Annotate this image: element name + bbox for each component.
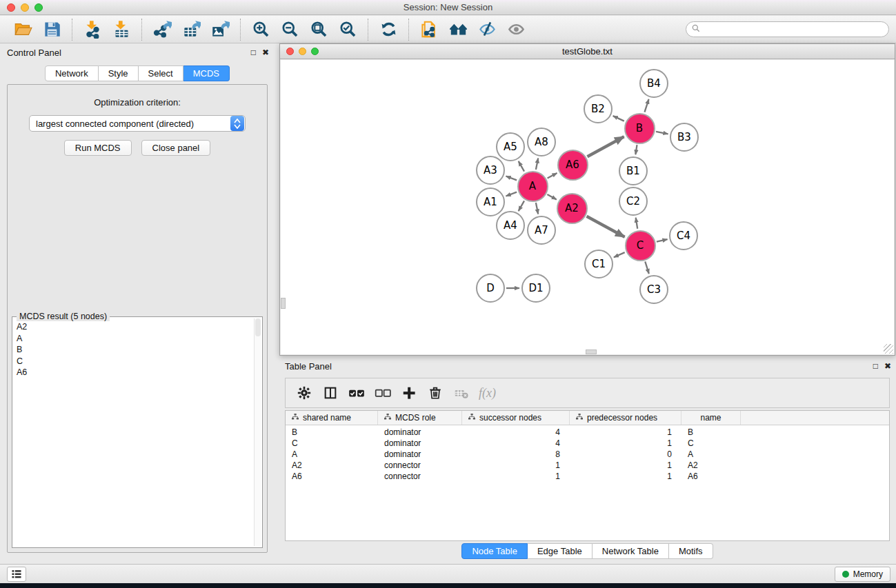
graph-node-B2[interactable]: B2 bbox=[584, 94, 613, 123]
column-header-predecessor-nodes[interactable]: predecessor nodes bbox=[570, 411, 681, 425]
graph-node-D[interactable]: D bbox=[476, 274, 505, 303]
export-table-icon[interactable] bbox=[179, 19, 203, 40]
network-window-title-bar[interactable]: testGlobe.txt bbox=[280, 44, 895, 59]
task-history-button[interactable] bbox=[7, 567, 26, 582]
function-builder-button[interactable]: f(x) bbox=[479, 386, 496, 401]
mcds-result-item[interactable]: A bbox=[17, 333, 252, 345]
table-row[interactable]: A2connector11A2 bbox=[286, 460, 889, 471]
tab-select[interactable]: Select bbox=[139, 65, 183, 81]
plus-icon[interactable] bbox=[399, 383, 419, 403]
graph-node-B1[interactable]: B1 bbox=[619, 156, 648, 185]
refresh-layout-icon[interactable] bbox=[377, 19, 400, 40]
graph-node-A6[interactable]: A6 bbox=[557, 150, 588, 181]
search-input[interactable] bbox=[701, 23, 888, 36]
mcds-result-item[interactable]: B bbox=[17, 344, 252, 356]
control-panel-title: Control Panel bbox=[7, 48, 61, 58]
graph-node-C2[interactable]: C2 bbox=[619, 187, 648, 216]
graph-node-C4[interactable]: C4 bbox=[669, 221, 698, 250]
graph-node-A4[interactable]: A4 bbox=[496, 211, 525, 240]
table-cell: A bbox=[681, 449, 741, 460]
float-panel-icon[interactable]: □ bbox=[251, 48, 256, 57]
close-panel-icon[interactable]: ✖ bbox=[262, 48, 269, 57]
table-cell: 1 bbox=[570, 427, 681, 438]
graph-node-A2[interactable]: A2 bbox=[557, 193, 588, 224]
mcds-result-list[interactable]: A2ABCA6 bbox=[14, 318, 254, 546]
graph-node-A[interactable]: A bbox=[517, 171, 548, 202]
run-mcds-button[interactable]: Run MCDS bbox=[64, 140, 132, 156]
uncheck-pair-icon[interactable] bbox=[372, 383, 393, 403]
tab-style[interactable]: Style bbox=[99, 65, 139, 81]
gear-icon[interactable] bbox=[294, 383, 315, 403]
close-panel-button[interactable]: Close panel bbox=[141, 140, 211, 156]
graph-node-A3[interactable]: A3 bbox=[476, 156, 505, 185]
tab-network[interactable]: Network bbox=[45, 65, 99, 81]
main-title-bar: Session: New Session bbox=[0, 0, 896, 15]
hierarchy-icon bbox=[291, 413, 299, 423]
table-cell: 4 bbox=[462, 427, 570, 438]
tab-node-table[interactable]: Node Table bbox=[461, 543, 528, 559]
graph-node-A8[interactable]: A8 bbox=[527, 128, 556, 156]
open-session-icon[interactable] bbox=[11, 19, 34, 40]
table-row[interactable]: A6connector11A6 bbox=[286, 471, 889, 482]
float-table-panel-icon[interactable]: □ bbox=[873, 361, 878, 371]
result-scrollbar[interactable] bbox=[254, 318, 261, 546]
table-delete-icon[interactable] bbox=[451, 383, 472, 403]
save-session-icon[interactable] bbox=[40, 19, 63, 40]
graph-node-A1[interactable]: A1 bbox=[476, 187, 505, 216]
check-pair-icon[interactable] bbox=[346, 383, 367, 403]
tab-edge-table[interactable]: Edge Table bbox=[528, 543, 593, 559]
zoom-out-icon[interactable] bbox=[278, 19, 301, 40]
graph-node-A5[interactable]: A5 bbox=[496, 132, 525, 161]
graph-node-C[interactable]: C bbox=[625, 230, 656, 261]
criterion-select[interactable]: largest connected component (directed) bbox=[29, 115, 246, 132]
tab-network-table[interactable]: Network Table bbox=[593, 543, 669, 559]
graph-node-B3[interactable]: B3 bbox=[670, 123, 699, 152]
vertical-scroll-thumb[interactable] bbox=[281, 298, 286, 309]
show-all-icon[interactable] bbox=[504, 19, 528, 40]
zoom-fit-icon[interactable] bbox=[307, 19, 330, 40]
import-table-icon[interactable] bbox=[110, 19, 133, 40]
zoom-selected-icon[interactable] bbox=[336, 19, 359, 40]
graph-node-B4[interactable]: B4 bbox=[639, 69, 668, 98]
search-field[interactable] bbox=[686, 21, 889, 37]
hide-selected-icon[interactable] bbox=[475, 19, 499, 40]
network-canvas[interactable]: B4B2BB3A5A8A6B1A3AC2A1A2A4A7C4CC1C3DD1 bbox=[281, 60, 894, 354]
graph-node-B[interactable]: B bbox=[624, 113, 655, 144]
export-image-icon[interactable] bbox=[208, 19, 232, 40]
clone-network-icon[interactable] bbox=[417, 19, 441, 40]
trash-icon[interactable] bbox=[425, 383, 446, 403]
graph-node-D1[interactable]: D1 bbox=[521, 274, 550, 303]
table-row[interactable]: Adominator80A bbox=[286, 449, 889, 460]
close-table-panel-icon[interactable]: ✖ bbox=[884, 361, 891, 371]
column-header-MCDS-role[interactable]: MCDS role bbox=[378, 411, 462, 425]
columns-icon[interactable] bbox=[320, 383, 341, 403]
table-row[interactable]: Cdominator41C bbox=[286, 438, 889, 449]
toolbar-separator bbox=[408, 19, 409, 41]
app-window: Session: New Session Control Panel □ bbox=[0, 0, 896, 583]
import-network-icon[interactable] bbox=[81, 19, 104, 40]
table-cell: 1 bbox=[570, 460, 681, 471]
horizontal-scroll-thumb[interactable] bbox=[586, 349, 597, 354]
column-header-successor-nodes[interactable]: successor nodes bbox=[462, 411, 570, 425]
tab-motifs[interactable]: Motifs bbox=[669, 543, 713, 559]
mcds-result-item[interactable]: A2 bbox=[17, 321, 252, 333]
home-view-icon[interactable] bbox=[446, 19, 470, 40]
control-panel-tabs: NetworkStyleSelectMCDS bbox=[1, 65, 273, 81]
graph-node-C1[interactable]: C1 bbox=[584, 250, 613, 278]
column-header-shared-name[interactable]: shared name bbox=[286, 411, 378, 425]
zoom-in-icon[interactable] bbox=[249, 19, 272, 40]
tab-mcds[interactable]: MCDS bbox=[183, 65, 230, 81]
table-cell: 1 bbox=[462, 460, 570, 471]
table-row[interactable]: Bdominator41B bbox=[286, 427, 889, 438]
export-network-icon[interactable] bbox=[150, 19, 174, 40]
optimization-criterion-label: Optimization criterion: bbox=[8, 97, 267, 108]
graph-node-C3[interactable]: C3 bbox=[639, 275, 668, 304]
mcds-result-item[interactable]: C bbox=[17, 356, 252, 367]
graph-node-A7[interactable]: A7 bbox=[527, 216, 556, 245]
mcds-tab-content: Optimization criterion: largest connecte… bbox=[7, 84, 268, 553]
mcds-result-item[interactable]: A6 bbox=[17, 367, 252, 378]
column-header-name[interactable]: name bbox=[681, 411, 741, 425]
resize-grip[interactable] bbox=[884, 344, 893, 354]
table-panel: Table Panel □ ✖ f(x) shared nameMCDS rol… bbox=[279, 358, 895, 560]
memory-button[interactable]: Memory bbox=[835, 567, 890, 582]
